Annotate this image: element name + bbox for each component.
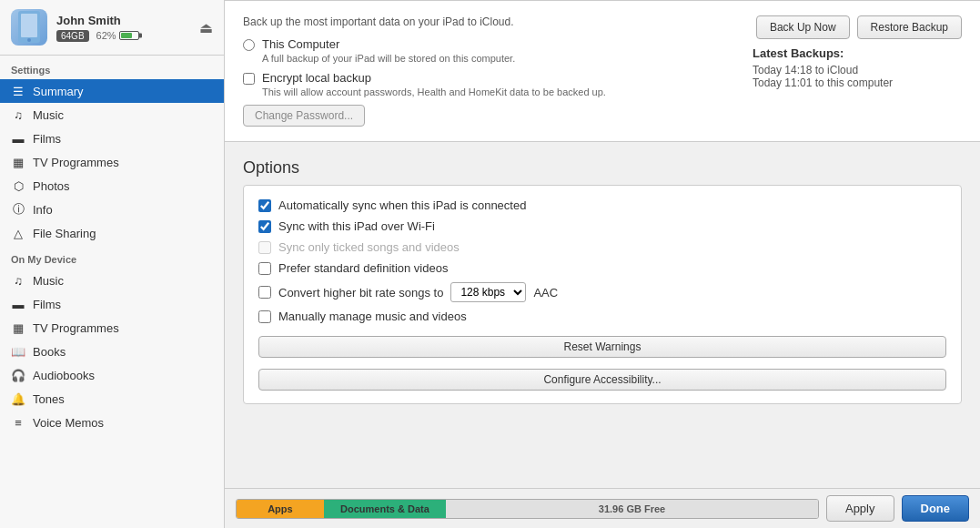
- sidebar-item-label: TV Programmes: [33, 156, 119, 169]
- sidebar-item-label: Info: [33, 203, 53, 217]
- sidebar-item-label: Music: [33, 108, 64, 122]
- main-content: Back up the most important data on your …: [225, 0, 980, 528]
- reset-warnings-button[interactable]: Reset Warnings: [258, 336, 946, 358]
- storage-badge: 64GB: [56, 30, 89, 42]
- sidebar-item-label: Books: [33, 345, 66, 359]
- restore-backup-button[interactable]: Restore Backup: [857, 15, 962, 39]
- wifi-sync-row: Sync with this iPad over Wi-Fi: [258, 219, 946, 233]
- manual-manage-checkbox[interactable]: [258, 310, 271, 323]
- wifi-sync-label[interactable]: Sync with this iPad over Wi-Fi: [278, 219, 435, 233]
- ticked-songs-row: Sync only ticked songs and videos: [258, 240, 946, 254]
- films-device-icon: ▬: [11, 297, 25, 311]
- backup-right: Back Up Now Restore Backup Latest Backup…: [753, 15, 962, 89]
- sidebar-item-tv[interactable]: ▦ TV Programmes: [0, 150, 224, 174]
- sidebar-item-label: Films: [33, 132, 61, 146]
- bitrate-select[interactable]: 128 kbps: [450, 282, 526, 302]
- svg-rect-1: [21, 14, 37, 37]
- books-icon: 📖: [11, 344, 25, 359]
- sidebar-item-label: Films: [33, 298, 61, 311]
- sidebar-item-label: TV Programmes: [33, 321, 119, 335]
- this-computer-label-group: This Computer A full backup of your iPad…: [262, 37, 515, 64]
- sidebar-item-label: Summary: [33, 85, 84, 98]
- backup-top-text: Back up the most important data on your …: [243, 15, 734, 28]
- convert-songs-row: Convert higher bit rate songs to 128 kbp…: [258, 282, 946, 302]
- this-computer-radio[interactable]: [243, 39, 255, 51]
- radio-group: This Computer A full backup of your iPad…: [243, 37, 734, 64]
- sidebar-item-tones[interactable]: 🔔 Tones: [0, 387, 224, 411]
- sidebar-item-books[interactable]: 📖 Books: [0, 340, 224, 363]
- aac-label: AAC: [533, 286, 558, 300]
- battery-percent: 62%: [96, 30, 116, 41]
- back-up-now-button[interactable]: Back Up Now: [756, 15, 850, 39]
- films-icon: ▬: [11, 131, 25, 146]
- sidebar-item-label: Music: [33, 274, 64, 288]
- sidebar-item-summary[interactable]: ☰ Summary: [0, 79, 224, 103]
- wifi-sync-checkbox[interactable]: [258, 220, 271, 233]
- storage-apps-segment: Apps: [237, 500, 324, 518]
- backup-panel: Back up the most important data on your …: [225, 0, 980, 142]
- eject-button[interactable]: ⏏: [199, 19, 213, 36]
- backup-options: Back up the most important data on your …: [243, 15, 734, 127]
- configure-accessibility-button[interactable]: Configure Accessibility...: [258, 369, 946, 391]
- options-buttons: Reset Warnings Configure Accessibility..…: [258, 330, 946, 391]
- encrypt-main-label[interactable]: Encrypt local backup: [262, 71, 606, 85]
- device-icon: [11, 9, 47, 46]
- sidebar-item-music[interactable]: ♫ Music: [0, 103, 224, 127]
- device-header: John Smith 64GB 62% ⏏: [0, 0, 224, 56]
- sidebar: John Smith 64GB 62% ⏏ Settings ☰ Summary: [0, 0, 225, 528]
- free-label: 31.96 GB Free: [599, 503, 665, 514]
- sidebar-item-films-device[interactable]: ▬ Films: [0, 292, 224, 316]
- sidebar-item-audiobooks[interactable]: 🎧 Audiobooks: [0, 363, 224, 387]
- backup-top: Back up the most important data on your …: [243, 15, 962, 127]
- sidebar-item-voicememos[interactable]: ≡ Voice Memos: [0, 411, 224, 434]
- settings-section-label: Settings: [0, 56, 224, 79]
- battery-fill: [121, 33, 132, 38]
- standard-def-label[interactable]: Prefer standard definition videos: [278, 261, 448, 275]
- latest-backups-title: Latest Backups:: [753, 46, 962, 60]
- audiobooks-icon: 🎧: [11, 368, 25, 382]
- backup-buttons: Back Up Now Restore Backup: [756, 15, 962, 39]
- latest-backups: Latest Backups: Today 14:18 to iCloud To…: [753, 46, 962, 89]
- bottom-actions: Apply Done: [826, 495, 969, 522]
- manual-manage-label[interactable]: Manually manage music and videos: [278, 310, 467, 323]
- this-computer-option: This Computer A full backup of your iPad…: [243, 37, 734, 64]
- backup-entry-1: Today 14:18 to iCloud: [753, 64, 962, 76]
- sidebar-item-filesharing[interactable]: △ File Sharing: [0, 221, 224, 245]
- this-computer-sub: A full backup of your iPad will be store…: [262, 53, 515, 64]
- sidebar-item-label: File Sharing: [33, 227, 96, 240]
- encrypt-sub-text: This will allow account passwords, Healt…: [262, 86, 606, 97]
- music-icon: ♫: [11, 107, 25, 122]
- sidebar-item-photos[interactable]: ⬡ Photos: [0, 174, 224, 198]
- filesharing-icon: △: [11, 226, 25, 240]
- options-title: Options: [243, 158, 962, 178]
- change-password-button[interactable]: Change Password...: [243, 105, 365, 127]
- storage-docs-segment: Documents & Data: [324, 500, 446, 518]
- tv-device-icon: ▦: [11, 320, 25, 335]
- sidebar-item-info[interactable]: ⓘ Info: [0, 198, 224, 221]
- sidebar-item-tv-device[interactable]: ▦ TV Programmes: [0, 316, 224, 340]
- encrypt-checkbox[interactable]: [243, 73, 255, 85]
- storage-bar: Apps Documents & Data 31.96 GB Free: [236, 499, 819, 519]
- auto-sync-label[interactable]: Automatically sync when this iPad is con…: [278, 198, 526, 212]
- tones-icon: 🔔: [11, 391, 25, 406]
- ticked-songs-checkbox[interactable]: [258, 241, 271, 254]
- sidebar-item-label: Audiobooks: [33, 369, 95, 382]
- device-meta: 64GB 62%: [56, 30, 199, 42]
- sidebar-item-films[interactable]: ▬ Films: [0, 127, 224, 150]
- storage-free-segment: 31.96 GB Free: [446, 500, 818, 518]
- convert-songs-checkbox[interactable]: [258, 286, 271, 299]
- backup-entry-2: Today 11:01 to this computer: [753, 76, 962, 89]
- convert-songs-label[interactable]: Convert higher bit rate songs to: [278, 286, 443, 300]
- this-computer-label[interactable]: This Computer: [262, 37, 515, 51]
- auto-sync-row: Automatically sync when this iPad is con…: [258, 198, 946, 212]
- options-panel: Automatically sync when this iPad is con…: [243, 185, 962, 404]
- standard-def-row: Prefer standard definition videos: [258, 261, 946, 275]
- photos-icon: ⬡: [11, 178, 25, 193]
- apply-button[interactable]: Apply: [826, 495, 894, 522]
- sidebar-item-music-device[interactable]: ♫ Music: [0, 269, 224, 292]
- done-button[interactable]: Done: [902, 495, 970, 522]
- manual-manage-row: Manually manage music and videos: [258, 310, 946, 323]
- auto-sync-checkbox[interactable]: [258, 199, 271, 212]
- standard-def-checkbox[interactable]: [258, 262, 271, 275]
- ticked-songs-label[interactable]: Sync only ticked songs and videos: [278, 240, 460, 254]
